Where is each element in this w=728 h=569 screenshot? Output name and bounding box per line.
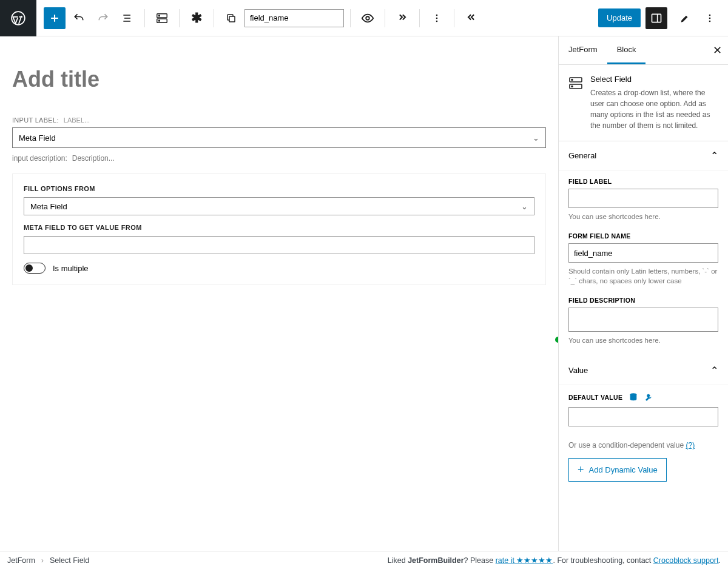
default-value-caption: DEFAULT VALUE	[568, 394, 622, 401]
redo-button[interactable]	[92, 7, 114, 29]
fill-options-label: FILL OPTIONS FROM	[24, 185, 534, 192]
undo-button[interactable]	[68, 7, 90, 29]
close-sidebar-button[interactable]: ✕	[713, 44, 722, 57]
block-description: Creates a drop-down list, where the user…	[590, 87, 718, 131]
block-name: Select Field	[590, 75, 718, 84]
svg-point-3	[159, 15, 160, 16]
svg-rect-5	[229, 16, 235, 22]
tab-block[interactable]: Block	[607, 36, 646, 64]
input-desc-placeholder[interactable]: Description...	[72, 154, 115, 163]
svg-point-4	[159, 20, 160, 21]
expand-button[interactable]	[391, 7, 413, 29]
form-field-name-help: Should contain only Latin letters, numbe…	[568, 266, 718, 286]
meta-field-input[interactable]	[24, 236, 534, 254]
top-more-menu[interactable]	[699, 7, 721, 29]
field-label-input[interactable]	[568, 189, 718, 208]
svg-point-7	[436, 14, 438, 16]
main-select-field[interactable]: Meta Field ⌄	[12, 127, 546, 148]
field-label-caption: FIELD LABEL	[568, 178, 718, 185]
svg-point-9	[436, 20, 438, 22]
svg-point-11	[709, 14, 711, 16]
resize-handle-icon[interactable]	[555, 337, 558, 343]
svg-point-6	[366, 16, 369, 20]
is-multiple-toggle[interactable]	[24, 263, 46, 274]
tab-jetform[interactable]: JetForm	[559, 36, 607, 64]
styles-brush-button[interactable]	[672, 7, 694, 29]
post-title[interactable]: Add title	[12, 67, 546, 92]
chevron-right-icon: ›	[41, 556, 44, 565]
svg-point-17	[571, 86, 573, 87]
document-overview-button[interactable]	[116, 7, 138, 29]
input-label-caption: INPUT LABEL:	[12, 116, 59, 124]
plus-icon: +	[578, 463, 584, 476]
copy-button[interactable]	[220, 7, 242, 29]
footer-message: Liked JetFormBuilder? Please rate it ★★★…	[388, 556, 721, 565]
wrench-icon[interactable]	[644, 392, 654, 402]
collapse-button[interactable]	[460, 7, 482, 29]
condition-help-link[interactable]: (?)	[686, 441, 695, 449]
rate-link[interactable]: rate it ★★★★★	[496, 556, 553, 565]
input-desc-caption: input description:	[12, 154, 67, 163]
chevron-down-icon: ⌄	[533, 133, 539, 143]
breadcrumb: JetForm › Select Field	[7, 556, 89, 565]
field-desc-input[interactable]	[568, 308, 718, 332]
chevron-up-icon: ⌃	[710, 365, 718, 376]
add-block-button[interactable]	[44, 7, 66, 29]
database-icon[interactable]	[629, 392, 638, 402]
section-value-toggle[interactable]: Value ⌃	[559, 356, 728, 385]
settings-panel-toggle[interactable]	[645, 7, 667, 29]
field-desc-caption: FIELD DESCRIPTION	[568, 297, 718, 304]
required-toggle-button[interactable]: ✱	[186, 7, 207, 29]
crumb-select-field[interactable]: Select Field	[50, 556, 89, 565]
add-dynamic-value-button[interactable]: + Add Dynamic Value	[568, 458, 667, 482]
update-button[interactable]: Update	[598, 8, 641, 27]
chevron-down-icon: ⌄	[521, 202, 528, 211]
chevron-up-icon: ⌃	[710, 150, 718, 161]
select-field-block-icon	[568, 76, 583, 90]
svg-point-8	[436, 17, 438, 19]
more-options-button[interactable]	[426, 7, 448, 29]
support-link[interactable]: Crocoblock support	[653, 556, 719, 565]
svg-point-12	[709, 17, 711, 19]
field-desc-help: You can use shortcodes here.	[568, 335, 718, 345]
is-multiple-label: Is multiple	[53, 264, 89, 273]
condition-text: Or use a condition-dependent value (?)	[568, 441, 718, 449]
field-label-help: You can use shortcodes here.	[568, 212, 718, 221]
svg-point-13	[709, 20, 711, 22]
fill-options-select[interactable]: Meta Field ⌄	[24, 197, 534, 215]
section-value-title: Value	[568, 366, 588, 375]
form-field-name-input[interactable]	[568, 243, 718, 263]
inspector-sidebar: JetForm Block ✕ Select Field Creates a d…	[558, 36, 728, 551]
svg-point-16	[571, 79, 573, 81]
form-field-name-caption: FORM FIELD NAME	[568, 232, 718, 240]
fill-options-value: Meta Field	[30, 202, 67, 211]
main-select-value: Meta Field	[19, 133, 56, 143]
svg-rect-10	[652, 14, 661, 22]
section-general-toggle[interactable]: General ⌃	[559, 141, 728, 170]
visibility-button[interactable]	[357, 7, 379, 29]
input-label-placeholder[interactable]: LABEL...	[64, 116, 90, 124]
section-general-title: General	[568, 151, 596, 160]
select-field-icon[interactable]	[151, 7, 173, 29]
default-value-input[interactable]	[568, 407, 718, 426]
crumb-jetform[interactable]: JetForm	[7, 556, 35, 565]
wordpress-logo[interactable]	[0, 0, 36, 36]
field-name-toolbar-input[interactable]	[244, 9, 344, 27]
meta-field-label: META FIELD TO GET VALUE FROM	[24, 224, 534, 231]
options-panel: FILL OPTIONS FROM Meta Field ⌄ META FIEL…	[12, 173, 546, 285]
